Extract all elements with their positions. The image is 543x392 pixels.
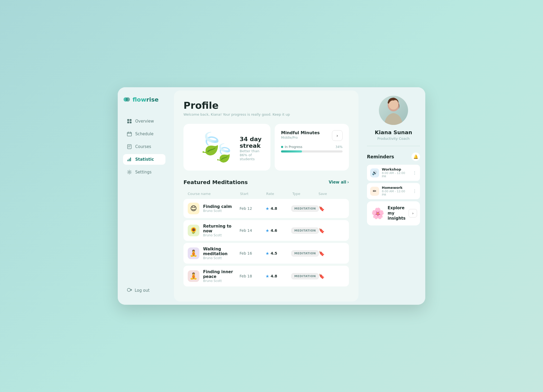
star-icon: ★ [265,274,269,279]
progress-bar-background [281,150,343,153]
svg-point-1 [126,97,130,102]
statistic-icon [127,157,132,162]
page-title: Profile [183,100,349,111]
course-author: Bruno Scott [203,256,240,260]
col-start: Start [240,192,266,196]
reminder-name: Workshop [382,167,410,171]
small-leaf-icon: 🍃 [213,143,234,163]
courses-label: Courses [135,144,151,149]
mindful-info: Mindful Minutes Middle/Pro [281,130,320,140]
divider [367,146,420,146]
col-course-name: Course name [188,192,240,196]
reminder-options-button[interactable]: ⋮ [413,170,417,175]
insights-card: 🌸 Explore my insights › [367,201,420,225]
svg-rect-3 [130,119,132,121]
table-row: 🌻 Returning to now Bruno Scott Feb 14 ★ … [183,220,349,241]
svg-rect-9 [129,159,130,161]
bell-button[interactable]: 🔔 [411,153,420,161]
course-start: Feb 12 [240,206,266,211]
bookmark-button[interactable]: 🔖 [319,206,345,211]
reminder-info: Workshop 8:00 AM - 12:00 PM [382,167,410,178]
course-start: Feb 16 [240,251,266,255]
course-thumbnail: 🌻 [188,225,199,236]
logout-button[interactable]: Log out [123,285,165,296]
overview-icon [127,119,132,124]
course-start: Feb 14 [240,228,266,233]
leaves-decoration: 🍃 🍃 [192,131,234,163]
course-author: Bruno Scott [203,279,240,283]
page-subtitle: Welcome back, Kiana! Your progress is re… [183,112,349,116]
svg-point-12 [127,288,130,291]
course-thumbnail: 🧘 [188,270,199,282]
right-panel: Kiana Sunan Productivity Coach Reminders… [362,87,425,305]
main-content: Profile Welcome back, Kiana! Your progre… [174,90,358,302]
reminders-title: Reminders [367,154,394,159]
nav-items: Overview Schedule Course [123,116,165,285]
streak-number: 34 day streak [240,136,262,149]
sidebar-item-statistic[interactable]: Statistic [123,154,165,165]
bookmark-button[interactable]: 🔖 [319,251,345,256]
section-title: Featured Meditations [183,179,248,185]
table-row: 😊 Finding calm Bruno Scott Feb 12 ★ 4.8 … [183,199,349,218]
mindful-title: Mindful Minutes [281,130,320,136]
mindful-card: Mindful Minutes Middle/Pro › In Progress… [275,124,349,171]
col-type: Type [292,192,319,196]
section-header: Featured Meditations View all › [183,179,349,185]
sidebar-item-overview[interactable]: Overview [123,116,165,127]
list-item: 🔊 Workshop 8:00 AM - 12:00 PM ⋮ [367,165,420,181]
reminders-section: Reminders 🔔 🔊 Workshop 8:00 AM - 12:00 P… [367,153,420,225]
course-info: Walking meditation Bruno Scott [203,247,240,260]
course-info: Finding inner peace Bruno Scott [203,269,240,283]
bookmark-button[interactable]: 🔖 [319,228,345,233]
svg-rect-2 [127,119,129,121]
progress-bar-fill [281,150,302,153]
sidebar-item-settings[interactable]: Settings [123,167,165,177]
avatar-placeholder [379,96,408,125]
course-rate: ★ 4.6 [265,228,291,233]
insights-label: Explore my insights [388,206,405,221]
col-save: Save [318,192,345,196]
sidebar-item-schedule[interactable]: Schedule [123,129,165,139]
overview-label: Overview [135,119,154,124]
svg-rect-5 [130,121,132,123]
svg-rect-7 [128,145,131,149]
course-type-badge: MEDITATION [291,273,319,279]
course-rate: ★ 4.5 [265,251,291,256]
course-name-cell: 🧘 Finding inner peace Bruno Scott [188,269,240,283]
course-type-badge: MEDITATION [291,250,319,256]
reminder-time: 8:00 AM - 12:00 PM [382,190,410,197]
mindful-level: Middle/Pro [281,136,320,140]
bookmark-button[interactable]: 🔖 [319,273,345,279]
logo-text: flowrise [133,96,159,103]
course-rate: ★ 4.8 [265,274,291,279]
svg-point-11 [129,171,130,173]
reminder-options-button[interactable]: ⋮ [413,189,417,194]
mindful-arrow-button[interactable]: › [332,130,343,141]
settings-label: Settings [135,170,152,175]
svg-rect-10 [130,158,131,161]
reminders-header: Reminders 🔔 [367,153,420,161]
svg-rect-4 [127,121,129,123]
course-info: Returning to now Bruno Scott [203,224,240,237]
course-name-cell: 🧘 Walking meditation Bruno Scott [188,247,240,260]
mindful-header: Mindful Minutes Middle/Pro › [281,130,343,141]
col-rate: Rate [266,192,292,196]
view-all-button[interactable]: View all › [329,180,349,185]
user-name: Kiana Sunan [375,129,412,136]
course-name-cell: 🌻 Returning to now Bruno Scott [188,224,240,237]
sidebar: flowrise Overview [118,87,171,305]
progress-status: In Progress [281,145,302,149]
table-row: 🧘 Walking meditation Bruno Scott Feb 16 … [183,243,349,264]
streak-sub: Better than 86% of students [240,149,262,161]
course-author: Bruno Scott [203,209,232,213]
insights-arrow-button[interactable]: › [409,209,417,217]
statistic-label: Statistic [135,157,154,162]
course-type-badge: MEDITATION [291,206,319,212]
streak-info: 34 day streak Better than 86% of student… [240,136,262,163]
logo: flowrise [123,96,165,103]
list-item: ✏️ Homework 8:00 AM - 12:00 PM ⋮ [367,183,420,199]
sidebar-item-courses[interactable]: Courses [123,141,165,152]
course-name: Finding calm [203,204,232,209]
settings-icon [127,169,132,175]
course-type-badge: MEDITATION [291,228,319,234]
